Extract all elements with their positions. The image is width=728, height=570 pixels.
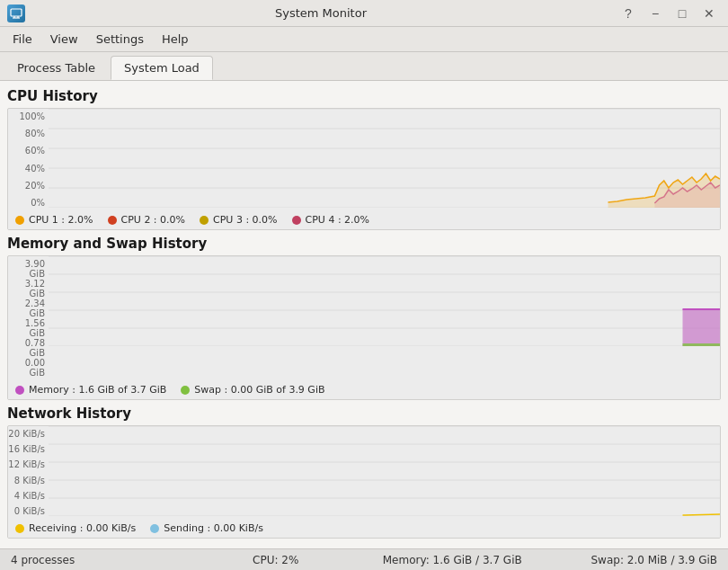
titlebar-left	[7, 4, 25, 22]
network-legend: Receiving : 0.00 KiB/s Sending : 0.00 Ki…	[8, 519, 720, 538]
statusbar: 4 processes CPU: 2% Memory: 1.6 GiB / 3.…	[0, 548, 728, 570]
cpu-legend: CPU 1 : 2.0% CPU 2 : 0.0% CPU 3 : 0.0% C…	[8, 210, 720, 229]
swap-legend-label: Swap : 0.00 GiB of 3.9 GiB	[194, 384, 324, 396]
view-menu[interactable]: View	[41, 30, 87, 49]
app-icon	[7, 4, 25, 22]
memory-chart-svg	[49, 256, 720, 346]
cpu3-legend-item: CPU 3 : 0.0%	[200, 214, 278, 226]
maximize-button[interactable]: □	[670, 4, 694, 22]
window-title: System Monitor	[25, 6, 617, 20]
settings-menu[interactable]: Settings	[87, 30, 153, 49]
memory-status: Memory: 1.6 GiB / 3.7 GiB	[364, 554, 541, 566]
cpu1-legend-label: CPU 1 : 2.0%	[29, 214, 93, 226]
swap-legend-dot	[181, 386, 190, 395]
memory-chart-area	[49, 256, 720, 380]
main-content: CPU History 100% 80% 60% 40% 20% 0%	[0, 81, 728, 548]
help-button[interactable]: ?	[617, 4, 640, 22]
memory-legend-dot	[15, 386, 24, 395]
sending-legend-dot	[150, 524, 159, 533]
cpu1-legend-item: CPU 1 : 2.0%	[15, 214, 93, 226]
cpu3-legend-label: CPU 3 : 0.0%	[213, 214, 278, 226]
cpu2-legend-label: CPU 2 : 0.0%	[121, 214, 186, 226]
network-y-axis: 20 KiB/s 16 KiB/s 12 KiB/s 8 KiB/s 4 KiB…	[8, 426, 49, 519]
titlebar-controls: ? − □ ✕	[617, 4, 721, 22]
swap-legend-item: Swap : 0.00 GiB of 3.9 GiB	[181, 384, 324, 396]
memory-legend-item: Memory : 1.6 GiB of 3.7 GiB	[15, 384, 166, 396]
cpu4-legend-item: CPU 4 : 2.0%	[292, 214, 370, 226]
svg-rect-19	[683, 308, 721, 310]
cpu3-legend-dot	[200, 216, 209, 225]
sending-legend-label: Sending : 0.00 KiB/s	[164, 522, 263, 534]
processes-status: 4 processes	[11, 554, 188, 566]
cpu2-legend-item: CPU 2 : 0.0%	[108, 214, 186, 226]
minimize-button[interactable]: −	[644, 4, 667, 22]
receiving-legend-dot	[15, 524, 24, 533]
help-menu[interactable]: Help	[153, 30, 198, 49]
cpu-chart-container: 100% 80% 60% 40% 20% 0%	[7, 108, 721, 230]
titlebar: System Monitor ? − □ ✕	[0, 0, 728, 27]
tab-system-load[interactable]: System Load	[111, 56, 213, 80]
network-section: Network History 20 KiB/s 16 KiB/s 12 KiB…	[7, 405, 721, 539]
cpu-status: CPU: 2%	[188, 554, 365, 566]
memory-section: Memory and Swap History 3.90 GiB 3.12 Gi…	[7, 236, 721, 400]
cpu4-legend-label: CPU 4 : 2.0%	[306, 214, 370, 226]
close-button[interactable]: ✕	[697, 4, 721, 22]
swap-status: Swap: 2.0 MiB / 3.9 GiB	[541, 554, 718, 566]
tab-process-table[interactable]: Process Table	[4, 56, 109, 80]
memory-chart-container: 3.90 GiB 3.12 GiB 2.34 GiB 1.56 GiB 0.78…	[7, 255, 721, 400]
network-chart-container: 20 KiB/s 16 KiB/s 12 KiB/s 8 KiB/s 4 KiB…	[7, 425, 721, 539]
file-menu[interactable]: File	[4, 30, 41, 49]
memory-section-title: Memory and Swap History	[7, 236, 721, 252]
cpu-chart-svg	[49, 109, 720, 208]
network-section-title: Network History	[7, 405, 721, 422]
cpu2-legend-dot	[108, 216, 117, 225]
receiving-legend-item: Receiving : 0.00 KiB/s	[15, 522, 136, 534]
svg-rect-18	[683, 309, 721, 346]
memory-y-axis: 3.90 GiB 3.12 GiB 2.34 GiB 1.56 GiB 0.78…	[8, 256, 49, 380]
cpu-chart-area	[49, 109, 720, 210]
cpu-y-axis: 100% 80% 60% 40% 20% 0%	[8, 109, 49, 210]
sending-legend-item: Sending : 0.00 KiB/s	[150, 522, 263, 534]
svg-rect-0	[11, 9, 22, 16]
cpu-section-title: CPU History	[7, 88, 721, 104]
svg-line-27	[683, 514, 721, 515]
network-chart-svg	[49, 426, 720, 516]
memory-legend-label: Memory : 1.6 GiB of 3.7 GiB	[29, 384, 166, 396]
network-chart-area	[49, 426, 720, 519]
receiving-legend-label: Receiving : 0.00 KiB/s	[29, 522, 136, 534]
tabbar: Process Table System Load	[0, 52, 728, 81]
cpu4-legend-dot	[292, 216, 301, 225]
cpu1-legend-dot	[15, 216, 24, 225]
svg-rect-20	[683, 343, 721, 346]
menubar: File View Settings Help	[0, 27, 728, 52]
memory-legend: Memory : 1.6 GiB of 3.7 GiB Swap : 0.00 …	[8, 380, 720, 399]
cpu-section: CPU History 100% 80% 60% 40% 20% 0%	[7, 88, 721, 230]
